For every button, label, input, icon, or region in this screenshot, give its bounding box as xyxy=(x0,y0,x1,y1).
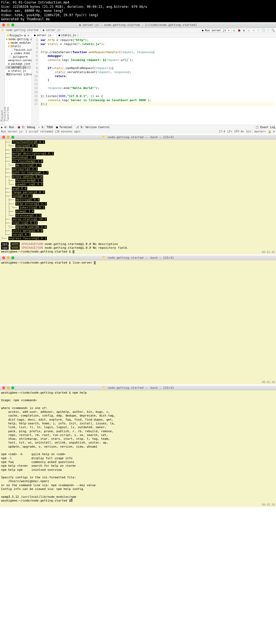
npm-tree-line: └── express-favicon@1.0.1 xyxy=(1,237,275,240)
tab-debug[interactable]: 🐞 5: Debug xyxy=(17,126,35,129)
npm-tree-line: │ └── ee-first@1.1.1 xyxy=(1,163,275,167)
update-button[interactable]: ↻ xyxy=(247,28,251,32)
cursor-position[interactable]: 17:4 xyxy=(219,130,225,133)
npm-tree-line: ├── path-to-regexp@0.1.7 xyxy=(1,171,275,175)
maximize-icon[interactable] xyxy=(11,256,14,259)
cursor-icon xyxy=(94,261,96,264)
stop-button[interactable]: ■ xyxy=(242,28,246,32)
meta-file: File: 01_01-Course Introduction.mp4 xyxy=(1,1,275,5)
npm-tree-line: ├── serve-static@1.10.2 xyxy=(1,217,275,221)
npm-tree-line: │ │ └── inherits@2.0.1 xyxy=(1,206,275,210)
vcs-button[interactable]: ⬇ xyxy=(252,28,256,32)
terminal-window-3: 📁 node-getting-started — -bash — 115×31 … xyxy=(0,386,276,507)
terminal-body[interactable]: ├── finalhandler@0.4.1 │ └── unpipe@1.0.… xyxy=(0,140,276,254)
npm-label: npm xyxy=(1,242,9,246)
run-button[interactable]: ▶ xyxy=(232,28,236,32)
ide-window: ● server.js - node-getting-started - [~/… xyxy=(0,22,276,134)
close-icon[interactable] xyxy=(2,256,5,259)
event-log-button[interactable]: 📋 Event Log xyxy=(256,126,275,129)
window-controls xyxy=(2,23,14,26)
npm-label: npm xyxy=(1,246,9,250)
npm-tree-line: │ ├── mime@1.3.4 xyxy=(1,210,275,213)
npm-tree-line: ├── range-parser@1.0.3 xyxy=(1,190,275,194)
terminal-title: 📁 node-getting-started — -bash — 115×31 xyxy=(102,386,174,390)
search-button[interactable]: 🔍 xyxy=(271,28,275,32)
sidebar-tab-structure[interactable]: Structure xyxy=(4,34,6,121)
timestamp: 00:01:45 xyxy=(262,250,275,254)
timestamp: 00:03:30 xyxy=(262,503,275,506)
terminal-title: 📁 node-getting-started — -bash — 115×31 xyxy=(102,256,174,260)
terminal-titlebar[interactable]: 📁 node-getting-started — -bash — 115×31 xyxy=(0,135,276,140)
close-icon[interactable] xyxy=(2,136,5,139)
npm-tree-line: ├── qs@4.0.0 xyxy=(1,187,275,190)
terminal-body[interactable]: weshigbee:~/code/node-getting-started $ … xyxy=(0,390,276,507)
npm-tree-line: ├── utils-merge@1.0.0 xyxy=(1,229,275,233)
terminal-window-1: 📁 node-getting-started — -bash — 115×31 … xyxy=(0,135,276,254)
editor-tab-server-js[interactable]: ● server.js × xyxy=(32,33,56,38)
minimize-icon[interactable] xyxy=(7,256,10,259)
minimize-icon[interactable] xyxy=(7,386,10,389)
run-config-selector[interactable]: ● Run server.js ▾ xyxy=(200,28,231,32)
terminal-titlebar[interactable]: 📁 node-getting-started — -bash — 115×31 xyxy=(0,386,276,390)
warn-label: WARN xyxy=(11,242,20,246)
encoding[interactable]: UTF-8÷ xyxy=(234,130,244,133)
meta-audio: Audio: aac, 48000 Hz, mono (eng) xyxy=(1,9,275,13)
minimize-icon[interactable] xyxy=(7,136,10,139)
npm-tree-line: │ └── ipaddr.js@1.0.5 xyxy=(1,183,275,186)
tab-version-control[interactable]: ⎇ 9: Version Control xyxy=(76,126,110,129)
video-metadata-header: File: 01_01-Course Introduction.mp4 Size… xyxy=(0,0,276,22)
npm-tree-line: ├── type-is@1.6.11 xyxy=(1,221,275,225)
close-icon[interactable] xyxy=(2,23,5,26)
ide-titlebar[interactable]: ● server.js - node-getting-started - [~/… xyxy=(0,22,276,28)
maximize-icon[interactable] xyxy=(11,136,14,139)
status-bar: Run server.js: 1 script reloaded (20 min… xyxy=(0,130,276,134)
debug-button[interactable]: 🐞 xyxy=(237,28,241,32)
terminal-titlebar[interactable]: 📁 node-getting-started — -bash — 115×31 xyxy=(0,255,276,260)
terminal-window-2: 📁 node-getting-started — -bash — 115×31 … xyxy=(0,255,276,384)
commit-button[interactable]: ✓ xyxy=(257,28,260,32)
warn-label: WARN xyxy=(11,246,20,250)
editor-tabs: ● server.js × ● static.js × xyxy=(32,33,276,38)
git-branch[interactable]: Git: master÷ xyxy=(246,130,266,133)
window-title: ● server.js - node-getting-started - [~/… xyxy=(79,23,197,27)
maximize-icon[interactable] xyxy=(11,23,14,26)
npm-tree-line: ├── merge-descriptors@1.0.1 xyxy=(1,152,275,156)
npm-tree-line: │ ├── destroy@1.0.4 xyxy=(1,198,275,202)
terminal-output: weshigbee:~/code/node-getting-started $ … xyxy=(1,391,275,503)
npm-tree-line: ├── finalhandler@0.4.1 xyxy=(1,140,275,144)
back-button[interactable]: ↶ xyxy=(266,28,270,32)
npm-tree-line: │ ├── http-errors@1.3.1 xyxy=(1,202,275,206)
cursor-icon xyxy=(73,250,74,253)
minimize-icon[interactable] xyxy=(7,23,10,26)
editor-tab-static-js[interactable]: ● static.js × xyxy=(56,33,81,38)
sidebar-tab-project[interactable]: Project xyxy=(1,34,4,121)
sidebar-tab-favorites[interactable]: Favorites xyxy=(6,34,9,121)
meta-gen: Generated by Thumbnail me xyxy=(1,17,275,22)
close-icon[interactable] xyxy=(2,386,5,389)
history-button[interactable]: 🕐 xyxy=(261,28,265,32)
close-icon[interactable]: × xyxy=(77,34,78,37)
npm-tree-line: ├── on-finished@2.3.0 xyxy=(1,159,275,163)
npm-tree-line: ├── fresh@0.3.0 xyxy=(1,148,275,152)
hector-icon[interactable]: ⚙ xyxy=(273,130,275,133)
close-icon[interactable]: × xyxy=(52,34,54,37)
code-editor[interactable]: 1234567891011121314151617 var http = req… xyxy=(32,38,276,125)
npm-tree-line: │ └── unpipe@1.0.0 xyxy=(1,144,275,148)
ide-toolbar: 📁 node-getting-started 〉● server.js 〉 ● … xyxy=(0,28,276,33)
tab-run[interactable]: ▶ 4: Run xyxy=(1,126,14,129)
npm-tree-line: ├── parseurl@1.3.1 xyxy=(1,167,275,171)
bottom-tool-tabs: ▶ 4: Run 🐞 5: Debug ✓ 6: TODO ■ Terminal… xyxy=(0,125,276,130)
tab-todo[interactable]: ✓ 6: TODO xyxy=(38,126,53,129)
cursor-icon xyxy=(71,499,73,502)
terminal-body[interactable]: weshigbee:~/code/node-getting-started $ … xyxy=(0,260,276,384)
code-content[interactable]: var http = require("http");var static = … xyxy=(39,38,276,125)
line-gutter: 1234567891011121314151617 xyxy=(32,38,39,125)
line-separator[interactable]: LF÷ xyxy=(227,130,232,133)
maximize-icon[interactable] xyxy=(11,386,14,389)
npm-tree-line: ├── proxy-addr@1.0.10 xyxy=(1,175,275,179)
meta-size: Size: 22238328 bytes (21.21 MiB), durati… xyxy=(1,5,275,9)
npm-tree-line: │ ├── forwarded@0.1.0 xyxy=(1,179,275,183)
lock-icon[interactable]: 🔒 xyxy=(268,130,271,133)
tab-terminal[interactable]: ■ Terminal xyxy=(56,126,73,129)
breadcrumb[interactable]: 📁 node-getting-started 〉● server.js 〉 xyxy=(1,28,65,32)
